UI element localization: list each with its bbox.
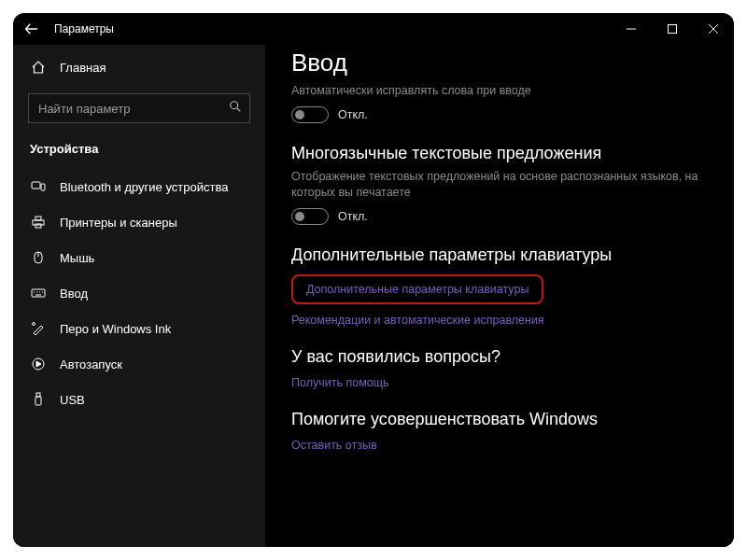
svg-rect-22 bbox=[36, 393, 40, 397]
section-advanced-title: Дополнительные параметры клавиатуры bbox=[291, 245, 708, 265]
settings-window: Параметры Главная Уст bbox=[13, 13, 734, 547]
svg-rect-21 bbox=[35, 397, 41, 405]
mouse-icon bbox=[30, 250, 47, 265]
section-feedback-title: Помогите усовершенствовать Windows bbox=[291, 410, 708, 429]
multilingual-toggle[interactable] bbox=[291, 208, 329, 225]
autocorrect-desc: Автоматически исправлять слова при вводе bbox=[291, 83, 708, 99]
home-icon bbox=[30, 60, 47, 75]
close-button[interactable] bbox=[693, 13, 734, 45]
search-input[interactable] bbox=[38, 102, 229, 116]
usb-icon bbox=[30, 392, 47, 407]
page-title: Ввод bbox=[291, 49, 708, 77]
toggle-state-label: Откл. bbox=[338, 108, 368, 121]
svg-rect-13 bbox=[32, 289, 45, 297]
keyboard-icon bbox=[30, 286, 47, 301]
sidebar-home[interactable]: Главная bbox=[13, 50, 265, 84]
autocorrect-toggle[interactable] bbox=[291, 106, 329, 123]
autocorrect-settings-link[interactable]: Рекомендации и автоматические исправлени… bbox=[291, 314, 708, 327]
section-multilingual-title: Многоязычные текстовые предложения bbox=[291, 144, 708, 163]
feedback-link[interactable]: Оставить отзыв bbox=[291, 439, 708, 452]
sidebar-item-autoplay[interactable]: Автозапуск bbox=[13, 346, 265, 382]
highlighted-link-box: Дополнительные параметры клавиатуры bbox=[291, 274, 543, 304]
main-content: Ввод Автоматически исправлять слова при … bbox=[265, 45, 734, 547]
section-help-title: У вас появились вопросы? bbox=[291, 347, 708, 367]
back-button[interactable] bbox=[13, 22, 50, 35]
sidebar-item-mouse[interactable]: Мышь bbox=[13, 240, 265, 275]
maximize-button[interactable] bbox=[652, 13, 693, 45]
autoplay-icon bbox=[30, 357, 47, 371]
svg-point-19 bbox=[33, 323, 35, 326]
window-title: Параметры bbox=[50, 22, 114, 35]
sidebar-item-label: Автозапуск bbox=[60, 357, 122, 371]
sidebar-item-printers[interactable]: Принтеры и сканеры bbox=[13, 204, 265, 240]
sidebar-item-typing[interactable]: Ввод bbox=[13, 275, 265, 311]
titlebar: Параметры bbox=[13, 13, 734, 45]
sidebar-item-bluetooth[interactable]: Bluetooth и другие устройства bbox=[13, 169, 265, 204]
sidebar: Главная Устройства Bluetooth и другие ус… bbox=[13, 45, 265, 547]
svg-rect-6 bbox=[32, 182, 40, 189]
sidebar-item-label: Перо и Windows Ink bbox=[60, 322, 171, 336]
sidebar-item-label: USB bbox=[60, 393, 85, 407]
sidebar-item-label: Мышь bbox=[60, 251, 94, 265]
svg-point-4 bbox=[231, 102, 238, 109]
sidebar-item-usb[interactable]: USB bbox=[13, 382, 265, 417]
sidebar-item-label: Bluetooth и другие устройства bbox=[60, 180, 228, 194]
multilingual-desc: Отображение текстовых предложений на осн… bbox=[291, 169, 708, 201]
advanced-keyboard-link[interactable]: Дополнительные параметры клавиатуры bbox=[306, 283, 529, 296]
svg-rect-9 bbox=[35, 217, 41, 220]
sidebar-item-label: Принтеры и сканеры bbox=[60, 216, 177, 230]
toggle-state-label: Откл. bbox=[338, 210, 368, 223]
svg-line-5 bbox=[237, 108, 241, 112]
search-box[interactable] bbox=[28, 93, 250, 123]
sidebar-item-label: Ввод bbox=[60, 287, 88, 301]
svg-rect-7 bbox=[41, 184, 45, 190]
search-icon bbox=[229, 100, 242, 117]
devices-icon bbox=[30, 179, 47, 194]
sidebar-category: Устройства bbox=[13, 136, 265, 169]
minimize-button[interactable] bbox=[611, 13, 652, 45]
get-help-link[interactable]: Получить помощь bbox=[291, 376, 708, 389]
sidebar-home-label: Главная bbox=[60, 61, 106, 75]
pen-icon bbox=[30, 321, 47, 336]
sidebar-item-pen[interactable]: Перо и Windows Ink bbox=[13, 311, 265, 346]
svg-rect-1 bbox=[669, 25, 677, 34]
printer-icon bbox=[30, 215, 47, 230]
